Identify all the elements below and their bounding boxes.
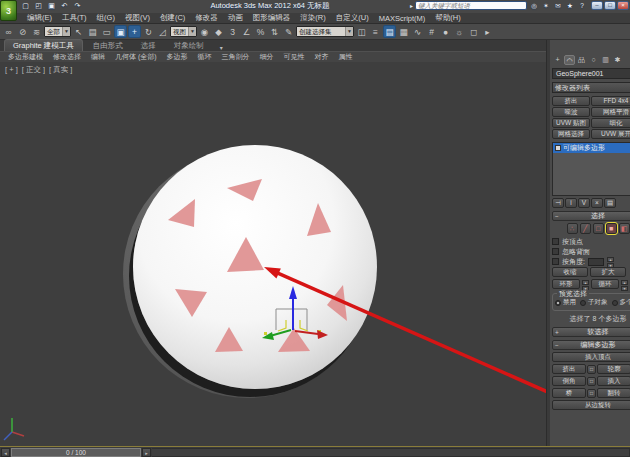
selected-polygon-2[interactable] — [307, 203, 331, 236]
tab-hierarchy[interactable]: 品 — [576, 55, 587, 65]
select-and-move-icon[interactable]: + — [128, 25, 141, 38]
render-setup-icon[interactable]: ☼ — [453, 25, 466, 38]
maximize-button[interactable]: □ — [604, 1, 616, 10]
subscription-center-icon[interactable]: ✶ — [541, 1, 551, 10]
menu-item-7[interactable]: 图形编辑器 — [248, 13, 296, 23]
search-input[interactable] — [415, 1, 527, 10]
mirror-icon[interactable]: ◫ — [355, 25, 368, 38]
settings-icon[interactable]: □ — [587, 377, 596, 386]
ribbon-panel-10[interactable]: 属性 — [334, 52, 358, 62]
tab-modify[interactable]: ◠ — [564, 55, 575, 65]
挤出-button[interactable]: 挤出 — [552, 364, 586, 374]
unlink-selection-icon[interactable]: ⊘ — [16, 25, 29, 38]
percent-snap-icon[interactable]: % — [254, 25, 267, 38]
use-pivot-point-icon[interactable]: ◉ — [198, 25, 211, 38]
by-vertex-checkbox[interactable] — [552, 238, 559, 245]
render-production-icon[interactable]: ▸ — [481, 25, 494, 38]
settings-icon[interactable]: □ — [587, 389, 596, 398]
hinge-from-edge-button[interactable]: 从边旋转 — [552, 400, 630, 410]
selected-polygon-4[interactable] — [175, 289, 207, 317]
menu-item-11[interactable]: 帮助(H) — [430, 13, 465, 23]
select-and-scale-icon[interactable]: ◿ — [156, 25, 169, 38]
preview-option-0[interactable]: 禁用 — [555, 298, 576, 307]
by-angle-checkbox[interactable] — [552, 258, 559, 265]
settings-icon[interactable]: □ — [587, 365, 596, 374]
selected-polygon-3[interactable] — [227, 237, 264, 272]
loop-spinner[interactable]: ▴▾ — [621, 280, 628, 289]
ribbon-panel-6[interactable]: 三角剖分 — [217, 52, 255, 62]
undo-icon[interactable]: ↶ — [59, 1, 70, 11]
viewport-general-menu[interactable]: [ + ] — [5, 65, 18, 75]
ribbon-tab-3[interactable]: 对象绘制 — [166, 40, 212, 51]
preview-option-2[interactable]: 多个 — [612, 298, 630, 307]
soft-selection-rollout-header[interactable]: + 软选择 — [552, 327, 630, 337]
layer-manager-icon[interactable]: ▤ — [383, 25, 396, 38]
favorites-icon[interactable]: ★ — [565, 1, 575, 10]
ribbon-panel-4[interactable]: 多边形 — [162, 52, 193, 62]
ribbon-panel-3[interactable]: 几何体 (全部) — [110, 52, 162, 62]
tab-utilities[interactable]: ✱ — [612, 55, 623, 65]
modifier-button-left-1[interactable]: 噪波 — [552, 107, 590, 117]
minimize-button[interactable]: – — [591, 1, 603, 10]
tab-motion[interactable]: ○ — [588, 55, 599, 65]
search-icon[interactable]: ◎ — [529, 1, 539, 10]
perspective-viewport[interactable]: [ + ][ 正交 ][ 真实 ] — [0, 62, 546, 446]
ribbon-tab-0[interactable]: Graphite 建模工具 — [4, 39, 83, 51]
select-and-manipulate-icon[interactable]: ◆ — [212, 25, 225, 38]
edit-polygons-rollout-header[interactable]: − 编辑多边形 — [552, 340, 630, 350]
reference-coordinate-dropdown[interactable]: 视图▼ — [170, 26, 197, 37]
spinner-snap-icon[interactable]: ⇅ — [268, 25, 281, 38]
select-and-link-icon[interactable]: ∞ — [2, 25, 15, 38]
ribbon-panel-1[interactable]: 修改选择 — [48, 52, 86, 62]
window-crossing-icon[interactable]: ▣ — [114, 25, 127, 38]
make-unique-icon[interactable]: V — [578, 198, 590, 208]
bind-to-space-warp-icon[interactable]: ≋ — [30, 25, 43, 38]
插入-button[interactable]: 插入 — [597, 376, 630, 386]
vertex-subobject-icon[interactable]: ∴ — [567, 223, 578, 234]
configure-modifier-sets-icon[interactable]: ▤ — [604, 198, 616, 208]
viewport-pov-menu[interactable]: [ 正交 ] — [22, 65, 45, 75]
menu-item-2[interactable]: 组(G) — [92, 13, 120, 23]
angle-snap-icon[interactable]: ∠ — [240, 25, 253, 38]
ignore-backfacing-checkbox[interactable] — [552, 248, 559, 255]
new-file-icon[interactable]: ▢ — [20, 1, 31, 11]
material-editor-icon[interactable]: ● — [439, 25, 452, 38]
pin-stack-icon[interactable]: ⊣ — [552, 198, 564, 208]
menu-item-4[interactable]: 创建(C) — [155, 13, 190, 23]
modifier-button-right-3[interactable]: UVW 展开 — [591, 129, 630, 139]
ribbon-panel-2[interactable]: 编辑 — [86, 52, 110, 62]
select-and-rotate-icon[interactable]: ↻ — [142, 25, 155, 38]
selection-filter-dropdown[interactable]: 全部▼ — [44, 26, 71, 37]
open-file-icon[interactable]: ◰ — [33, 1, 44, 11]
gizmo-plane-handle-left[interactable] — [278, 320, 286, 331]
panel-scrollbar[interactable] — [547, 40, 550, 446]
align-icon[interactable]: ≡ — [369, 25, 382, 38]
communication-center-icon[interactable]: ✉ — [553, 1, 563, 10]
tab-display[interactable]: ▥ — [600, 55, 611, 65]
time-slider-thumb[interactable]: 0 / 100 — [11, 448, 141, 457]
ring-spinner[interactable]: ▴▾ — [582, 280, 589, 289]
by-angle-field[interactable] — [588, 258, 604, 266]
ribbon-panel-7[interactable]: 细分 — [255, 52, 279, 62]
倒角-button[interactable]: 倒角 — [552, 376, 586, 386]
named-selection-sets-dropdown[interactable]: 创建选择集▼ — [296, 26, 354, 37]
object-name-field[interactable]: GeoSphere001 — [552, 68, 630, 79]
shrink-button[interactable]: 收缩 — [552, 267, 588, 277]
modifier-button-right-2[interactable]: 细化 — [591, 118, 630, 128]
selected-polygon-0[interactable] — [227, 179, 262, 201]
show-end-result-icon[interactable]: i — [565, 198, 577, 208]
翻转-button[interactable]: 翻转 — [597, 388, 630, 398]
viewport-shading-menu[interactable]: [ 真实 ] — [49, 65, 72, 75]
save-file-icon[interactable]: ▣ — [46, 1, 57, 11]
preview-option-1[interactable]: 子对象 — [580, 298, 608, 307]
schematic-view-icon[interactable]: # — [425, 25, 438, 38]
ribbon-tab-1[interactable]: 自由形式 — [85, 40, 131, 51]
curve-editor-icon[interactable]: ∿ — [411, 25, 424, 38]
previous-frame-button[interactable]: ◂ — [1, 448, 10, 457]
modifier-button-right-0[interactable]: FFD 4x4 — [591, 96, 630, 106]
menu-item-5[interactable]: 修改器 — [190, 13, 223, 23]
menu-item-10[interactable]: MAXScript(M) — [374, 14, 431, 23]
轮廓-button[interactable]: 轮廓 — [597, 364, 630, 374]
by-angle-spinner[interactable]: ▴▾ — [607, 257, 614, 266]
graphite-ribbon-toggle-icon[interactable]: ▦ — [397, 25, 410, 38]
